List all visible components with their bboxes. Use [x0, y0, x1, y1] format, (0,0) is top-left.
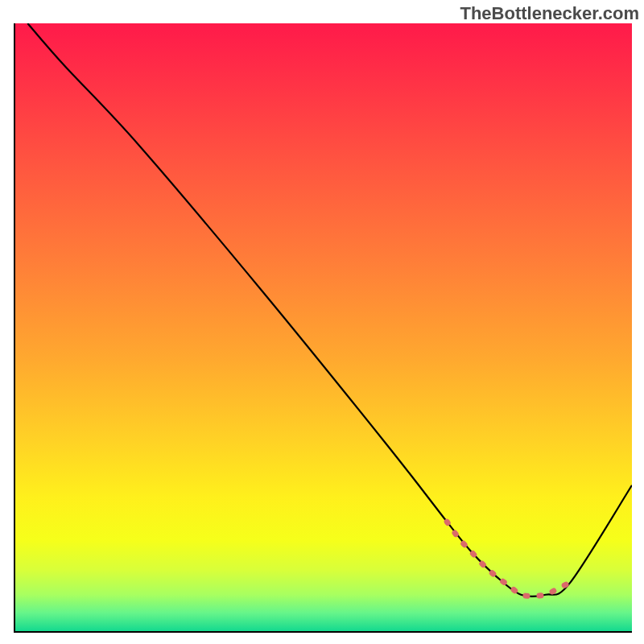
chart-plot-area	[14, 23, 632, 633]
chart-curves	[15, 23, 632, 631]
watermark-text: TheBottlenecker.com	[460, 3, 639, 24]
bottleneck-curve	[27, 23, 632, 597]
optimal-zone-marker	[447, 522, 570, 596]
